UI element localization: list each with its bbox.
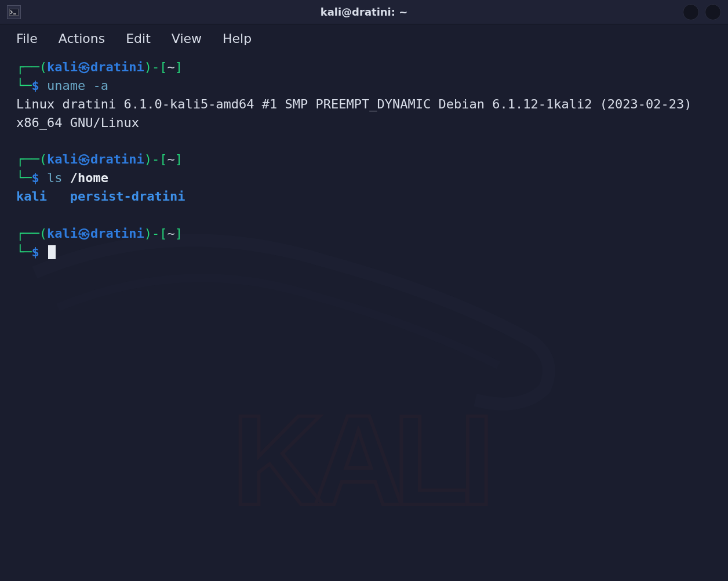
menu-view[interactable]: View <box>172 31 202 46</box>
menu-edit[interactable]: Edit <box>126 31 151 46</box>
window-title: kali@dratini: ~ <box>321 6 408 18</box>
window-control-btn-1[interactable] <box>683 4 699 20</box>
prompt-line-3-cmd[interactable]: └─$ <box>16 243 712 262</box>
cursor <box>48 245 56 259</box>
prompt-line-2-top: ┌──(kali㉿dratini)-[~] <box>16 150 712 169</box>
menu-actions[interactable]: Actions <box>59 31 105 46</box>
command-1: uname <box>47 78 85 93</box>
prompt-line-2-cmd: └─$ ls /home <box>16 169 712 187</box>
window-controls <box>683 4 721 20</box>
terminal-body[interactable]: KALI ┌──(kali㉿dratini)-[~] └─$ uname -a … <box>0 52 728 581</box>
output-dir-1: kali <box>16 189 47 204</box>
output-dir-2: persist-dratini <box>70 189 185 204</box>
command-1-args: -a <box>93 78 108 93</box>
output-2: kali persist-dratini <box>16 187 712 206</box>
terminal-icon <box>7 5 21 19</box>
command-2: ls <box>47 170 63 185</box>
command-2-args: /home <box>70 170 108 185</box>
titlebar: kali@dratini: ~ <box>0 0 728 24</box>
prompt-line-1-cmd: └─$ uname -a <box>16 77 712 95</box>
prompt-line-3-top: ┌──(kali㉿dratini)-[~] <box>16 224 712 243</box>
menubar: File Actions Edit View Help <box>0 24 728 52</box>
svg-text:KALI: KALI <box>232 389 486 532</box>
output-1: Linux dratini 6.1.0-kali5-amd64 #1 SMP P… <box>16 95 712 132</box>
window-control-btn-2[interactable] <box>705 4 721 20</box>
menu-file[interactable]: File <box>16 31 38 46</box>
svg-rect-0 <box>9 9 19 16</box>
prompt-line-1-top: ┌──(kali㉿dratini)-[~] <box>16 58 712 77</box>
blank-2 <box>16 206 712 224</box>
menu-help[interactable]: Help <box>223 31 252 46</box>
blank-1 <box>16 132 712 151</box>
